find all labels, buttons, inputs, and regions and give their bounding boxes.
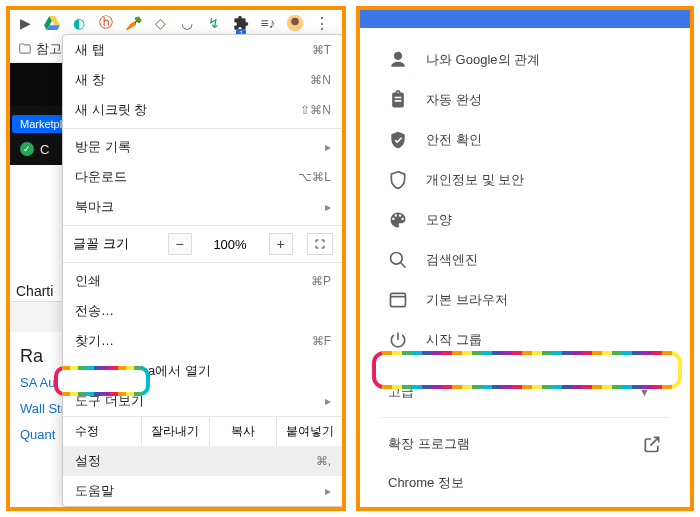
search-icon xyxy=(388,250,408,270)
fullscreen-button[interactable] xyxy=(307,233,333,255)
nav-on-startup[interactable]: 시작 그룹 xyxy=(360,320,690,360)
nav-privacy[interactable]: 개인정보 및 보안 xyxy=(360,160,690,200)
paste-button[interactable]: 붙여넣기 xyxy=(276,417,343,446)
menu-cast[interactable]: 전송… xyxy=(63,296,343,326)
extension-icon[interactable]: ↯ xyxy=(205,14,223,32)
nav-default-browser[interactable]: 기본 브라우저 xyxy=(360,280,690,320)
right-panel: 나와 Google의 관계 자동 완성 안전 확인 개인정보 및 보안 모양 검… xyxy=(356,6,694,511)
playlist-icon[interactable]: ≡♪ xyxy=(259,14,277,32)
cut-button[interactable]: 잘라내기 xyxy=(141,417,208,446)
person-icon xyxy=(388,50,408,70)
shield-icon xyxy=(388,170,408,190)
nav-label: Chrome 정보 xyxy=(388,474,464,492)
extension-toolbar: ▶ ◐ ⓗ 🥕 ◇ ◡ ↯ ≡♪ ⋮ xyxy=(10,10,342,36)
carrot-icon[interactable]: 🥕 xyxy=(124,14,142,32)
menu-edit-row: 수정 잘라내기 복사 붙여넣기 xyxy=(63,416,343,446)
puzzle-icon[interactable] xyxy=(232,14,250,32)
svg-rect-3 xyxy=(391,293,406,306)
nav-label: 기본 브라우저 xyxy=(426,291,508,309)
extension-icon[interactable]: ▶ xyxy=(16,14,34,32)
zoom-in-button[interactable]: + xyxy=(269,233,293,255)
copy-button[interactable]: 복사 xyxy=(209,417,276,446)
nav-about-chrome[interactable]: Chrome 정보 xyxy=(360,464,690,502)
zoom-out-button[interactable]: − xyxy=(168,233,192,255)
extension-icon[interactable]: ◐ xyxy=(70,14,88,32)
extension-icon[interactable]: ◇ xyxy=(151,14,169,32)
nav-label: 나와 Google의 관계 xyxy=(426,51,540,69)
menu-find[interactable]: 찾기…⌘F xyxy=(63,326,343,356)
menu-open-in-app[interactable]: SeekingAlpha에서 열기 xyxy=(63,356,343,386)
nav-advanced[interactable]: 고급 ▼ xyxy=(360,373,690,411)
menu-downloads[interactable]: 다운로드⌥⌘L xyxy=(63,162,343,192)
zoom-label: 글꼴 크기 xyxy=(73,235,153,253)
nav-autofill[interactable]: 자동 완성 xyxy=(360,80,690,120)
menu-new-incognito[interactable]: 새 시크릿 창⇧⌘N xyxy=(63,95,343,125)
separator xyxy=(380,417,670,418)
browser-icon xyxy=(388,290,408,310)
menu-print[interactable]: 인쇄⌘P xyxy=(63,266,343,296)
menu-history[interactable]: 방문 기록▸ xyxy=(63,132,343,162)
drive-icon[interactable] xyxy=(43,14,61,32)
menu-new-tab[interactable]: 새 탭⌘T xyxy=(63,35,343,65)
chevron-down-icon: ▼ xyxy=(639,386,650,398)
pocket-icon[interactable]: ◡ xyxy=(178,14,196,32)
extension-icon[interactable]: ⓗ xyxy=(97,14,115,32)
left-panel: ▶ ◐ ⓗ 🥕 ◇ ◡ ↯ ≡♪ ⋮ 참고블 Marketpl ✓ C Char… xyxy=(6,6,346,511)
menu-more-tools[interactable]: 도구 더보기▸ xyxy=(63,386,343,416)
nav-extensions[interactable]: 확장 프로그램 xyxy=(360,424,690,464)
nav-label: 고급 xyxy=(388,383,414,401)
check-icon: ✓ xyxy=(20,142,34,156)
nav-search-engine[interactable]: 검색엔진 xyxy=(360,240,690,280)
browser-context-menu: 새 탭⌘T 새 창⌘N 새 시크릿 창⇧⌘N 방문 기록▸ 다운로드⌥⌘L 북마… xyxy=(62,34,344,507)
external-link-icon xyxy=(642,434,662,454)
nav-label: 자동 완성 xyxy=(426,91,482,109)
menu-new-window[interactable]: 새 창⌘N xyxy=(63,65,343,95)
nav-label: 개인정보 및 보안 xyxy=(426,171,524,189)
nav-you-and-google[interactable]: 나와 Google의 관계 xyxy=(360,40,690,80)
nav-appearance[interactable]: 모양 xyxy=(360,200,690,240)
header-bar xyxy=(360,10,690,28)
ticker-label: C xyxy=(40,142,49,157)
power-icon xyxy=(388,330,408,350)
zoom-value: 100% xyxy=(206,237,254,252)
nav-label: 모양 xyxy=(426,211,452,229)
nav-label: 확장 프로그램 xyxy=(388,435,470,453)
nav-label: 시작 그룹 xyxy=(426,331,482,349)
overflow-menu-icon[interactable]: ⋮ xyxy=(313,14,331,32)
nav-label: 검색엔진 xyxy=(426,251,478,269)
menu-help[interactable]: 도움말▸ xyxy=(63,476,343,506)
separator xyxy=(380,366,670,367)
palette-icon xyxy=(388,210,408,230)
svg-point-2 xyxy=(391,253,403,265)
menu-settings[interactable]: 설정⌘, xyxy=(63,446,343,476)
svg-point-1 xyxy=(291,18,299,26)
nav-label: 안전 확인 xyxy=(426,131,482,149)
clipboard-icon xyxy=(388,90,408,110)
nav-safety-check[interactable]: 안전 확인 xyxy=(360,120,690,160)
menu-zoom-row: 글꼴 크기 − 100% + xyxy=(63,229,343,259)
menu-bookmarks[interactable]: 북마크▸ xyxy=(63,192,343,222)
shield-check-icon xyxy=(388,130,408,150)
profile-avatar-icon[interactable] xyxy=(286,14,304,32)
edit-label: 수정 xyxy=(63,417,141,446)
settings-nav: 나와 Google의 관계 자동 완성 안전 확인 개인정보 및 보안 모양 검… xyxy=(360,28,690,511)
